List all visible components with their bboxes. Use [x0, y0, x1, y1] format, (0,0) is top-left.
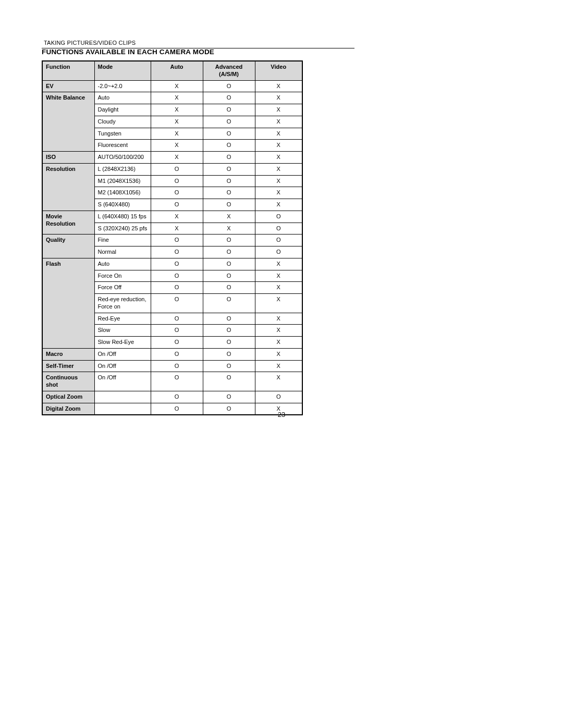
function-cell: Resolution — [42, 163, 94, 211]
video-cell: X — [255, 282, 302, 294]
advanced-cell: O — [203, 175, 255, 187]
table-row: ISOAUTO/50/100/200XOX — [42, 152, 302, 164]
auto-cell: O — [151, 163, 203, 175]
auto-cell: X — [151, 140, 203, 152]
advanced-cell: O — [203, 140, 255, 152]
camera-mode-table: Function Mode Auto Advanced (A/S/M) Vide… — [42, 60, 303, 415]
advanced-cell: O — [203, 152, 255, 164]
mode-cell — [94, 391, 151, 403]
video-cell: X — [255, 92, 302, 104]
auto-cell: O — [151, 187, 203, 199]
advanced-cell: O — [203, 258, 255, 270]
auto-cell: O — [151, 313, 203, 325]
function-cell: EV — [42, 80, 94, 92]
col-video: Video — [255, 61, 302, 80]
advanced-cell: O — [203, 372, 255, 391]
mode-cell: -2.0~+2.0 — [94, 80, 151, 92]
col-function: Function — [42, 61, 94, 80]
mode-cell: Daylight — [94, 104, 151, 116]
table-row: ResolutionL (2848X2136)OOX — [42, 163, 302, 175]
function-cell: Optical Zoom — [42, 391, 94, 403]
table-row: Digital ZoomOOX — [42, 403, 302, 415]
video-cell: X — [255, 348, 302, 360]
auto-cell: O — [151, 258, 203, 270]
function-cell: Quality — [42, 235, 94, 258]
auto-cell: O — [151, 282, 203, 294]
auto-cell: O — [151, 360, 203, 372]
auto-cell: O — [151, 199, 203, 211]
mode-cell: L (2848X2136) — [94, 163, 151, 175]
table-row: MacroOn /OffOOX — [42, 348, 302, 360]
mode-cell: On /Off — [94, 348, 151, 360]
col-mode: Mode — [94, 61, 151, 80]
mode-cell: Slow — [94, 325, 151, 337]
mode-cell: Fine — [94, 235, 151, 246]
function-cell: Macro — [42, 348, 94, 360]
col-auto: Auto — [151, 61, 203, 80]
video-cell: X — [255, 187, 302, 199]
mode-cell: Auto — [94, 92, 151, 104]
mode-cell: L (640X480) 15 fps — [94, 211, 151, 223]
auto-cell: O — [151, 235, 203, 246]
advanced-cell: O — [203, 294, 255, 313]
mode-cell: Normal — [94, 246, 151, 258]
function-cell: Digital Zoom — [42, 403, 94, 415]
video-cell: X — [255, 175, 302, 187]
auto-cell: X — [151, 128, 203, 140]
mode-cell: Cloudy — [94, 116, 151, 128]
video-cell: O — [255, 211, 302, 223]
auto-cell: O — [151, 325, 203, 337]
mode-cell: Fluorescent — [94, 140, 151, 152]
advanced-cell: O — [203, 282, 255, 294]
function-cell: White Balance — [42, 92, 94, 152]
auto-cell: X — [151, 211, 203, 223]
table-row: White BalanceAutoXOX — [42, 92, 302, 104]
video-cell: O — [255, 235, 302, 246]
auto-cell: X — [151, 223, 203, 235]
page-title: FUNCTIONS AVAILABLE IN EACH CAMERA MODE — [42, 48, 214, 56]
table-row: Movie ResolutionL (640X480) 15 fpsXXO — [42, 211, 302, 223]
video-cell: X — [255, 270, 302, 282]
video-cell: X — [255, 294, 302, 313]
advanced-cell: O — [203, 104, 255, 116]
function-cell: Self-Timer — [42, 360, 94, 372]
auto-cell: O — [151, 372, 203, 391]
advanced-cell: X — [203, 211, 255, 223]
table-row: Optical ZoomOOO — [42, 391, 302, 403]
video-cell: O — [255, 223, 302, 235]
advanced-cell: O — [203, 337, 255, 349]
table-row: Continuous shotOn /OffOOX — [42, 372, 302, 391]
auto-cell: X — [151, 152, 203, 164]
video-cell: O — [255, 391, 302, 403]
table-header-row: Function Mode Auto Advanced (A/S/M) Vide… — [42, 61, 302, 80]
advanced-cell: O — [203, 270, 255, 282]
mode-cell: S (320X240) 25 pfs — [94, 223, 151, 235]
mode-cell: Slow Red-Eye — [94, 337, 151, 349]
advanced-cell: O — [203, 80, 255, 92]
video-cell: X — [255, 104, 302, 116]
mode-cell: On /Off — [94, 360, 151, 372]
function-cell: Flash — [42, 258, 94, 348]
page-number: 23 — [278, 411, 285, 418]
advanced-cell: O — [203, 360, 255, 372]
auto-cell: X — [151, 104, 203, 116]
video-cell: X — [255, 140, 302, 152]
breadcrumb: TAKING PICTURES/VIDEO CLIPS — [42, 40, 136, 46]
auto-cell: O — [151, 403, 203, 415]
video-cell: X — [255, 199, 302, 211]
advanced-cell: O — [203, 403, 255, 415]
advanced-cell: O — [203, 92, 255, 104]
auto-cell: O — [151, 337, 203, 349]
auto-cell: O — [151, 348, 203, 360]
advanced-cell: O — [203, 235, 255, 246]
advanced-cell: O — [203, 199, 255, 211]
manual-page: TAKING PICTURES/VIDEO CLIPS FUNCTIONS AV… — [0, 0, 563, 728]
table-row: QualityFineOOO — [42, 235, 302, 246]
table-row: FlashAutoOOX — [42, 258, 302, 270]
advanced-cell: O — [203, 116, 255, 128]
video-cell: X — [255, 313, 302, 325]
video-cell: X — [255, 163, 302, 175]
mode-cell: On /Off — [94, 372, 151, 391]
auto-cell: O — [151, 294, 203, 313]
mode-cell: Tungsten — [94, 128, 151, 140]
